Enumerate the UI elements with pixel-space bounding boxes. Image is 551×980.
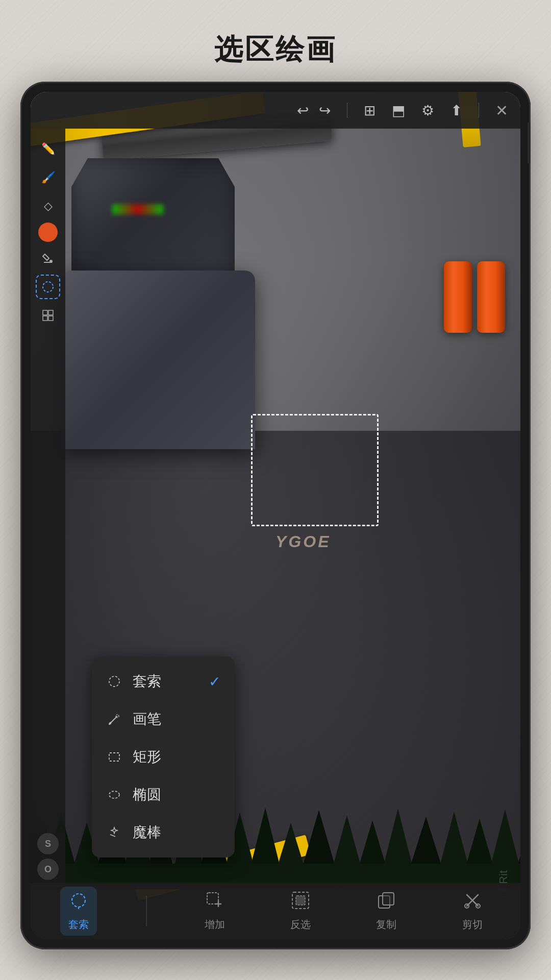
bottom-cut-label: 剪切 <box>462 918 483 932</box>
svg-point-22 <box>43 282 53 292</box>
tool-layers-grid[interactable] <box>36 303 60 328</box>
selection-mode-popup: 套索 ✓ 画笔 矩形 <box>92 656 235 857</box>
magic-wand-icon <box>106 824 122 841</box>
ellipse-select-icon <box>106 787 122 803</box>
tool-selection[interactable] <box>36 275 60 299</box>
menu-item-brush[interactable]: 画笔 <box>92 700 235 738</box>
lasso-icon <box>106 673 122 690</box>
svg-rect-25 <box>43 316 47 321</box>
svg-point-30 <box>109 791 119 798</box>
bottom-add-label: 增加 <box>205 918 225 932</box>
toolbar-separator-2 <box>479 103 479 118</box>
robot-eye-glow <box>112 204 163 214</box>
bottom-invert-label: 反选 <box>290 918 311 932</box>
left-sidebar: ✏️ 🖌️ ◇ <box>31 129 65 888</box>
bottom-lasso-label: 套索 <box>68 918 89 932</box>
rect-select-icon <box>106 749 122 765</box>
magic-label: 魔棒 <box>133 823 220 842</box>
bottom-tool-copy[interactable]: 复制 <box>368 887 405 936</box>
svg-rect-34 <box>296 896 305 905</box>
tablet-frame: YGOE <box>20 82 531 949</box>
robot-text-label: YGOE <box>276 532 331 551</box>
ellipse-label: 椭圆 <box>133 785 220 804</box>
svg-rect-29 <box>109 753 119 761</box>
menu-item-rect[interactable]: 矩形 <box>92 738 235 776</box>
settings-button[interactable]: ⚙ <box>421 102 434 119</box>
bottom-copy-label: 复制 <box>376 918 396 932</box>
share-button[interactable]: ⬆ <box>450 102 462 119</box>
menu-item-magic[interactable]: 魔棒 <box>92 814 235 851</box>
tool-fill[interactable] <box>36 246 60 271</box>
tool-color[interactable] <box>38 223 58 242</box>
menu-item-lasso[interactable]: 套索 ✓ <box>92 663 235 700</box>
svg-point-31 <box>72 894 85 907</box>
lasso-check: ✓ <box>209 673 220 690</box>
robot-chest <box>61 271 255 449</box>
svg-rect-32 <box>207 893 218 904</box>
undo-button[interactable]: ↩ <box>297 102 309 119</box>
brush-label: 画笔 <box>133 709 220 729</box>
lasso-label: 套索 <box>133 672 198 691</box>
close-button[interactable]: ✕ <box>495 102 508 119</box>
import-button[interactable]: ⬒ <box>392 102 405 119</box>
menu-item-ellipse[interactable]: 椭圆 <box>92 776 235 814</box>
bottom-tool-lasso[interactable]: 套索 <box>60 887 97 936</box>
layers-button[interactable]: ⊞ <box>364 102 375 119</box>
redo-button[interactable]: ↪ <box>319 102 331 119</box>
toolbar-divider-1 <box>146 896 147 926</box>
cylinder-1 <box>444 261 472 333</box>
bottom-toolbar: 套索 增加 <box>31 883 520 939</box>
bottom-tool-invert[interactable]: 反选 <box>282 887 319 936</box>
orange-cylinders <box>444 261 505 333</box>
left-sidebar-bottom: S O <box>31 833 65 888</box>
tool-eraser[interactable]: ◇ <box>36 194 60 218</box>
bottom-tool-cut[interactable]: 剪切 <box>454 887 491 936</box>
bottom-lasso-icon <box>69 891 88 915</box>
cylinder-2 <box>477 261 505 333</box>
toolbar-separator-1 <box>347 103 347 118</box>
svg-rect-26 <box>48 316 53 321</box>
svg-rect-36 <box>383 893 394 905</box>
bottom-copy-icon <box>377 891 396 915</box>
toolbar-history: ↩ ↪ <box>297 102 331 119</box>
o-badge[interactable]: O <box>37 859 59 880</box>
tool-pen[interactable]: ✏️ <box>36 137 60 161</box>
svg-rect-23 <box>43 310 47 315</box>
tablet-screen: YGOE <box>31 92 520 939</box>
top-toolbar: ↩ ↪ ⊞ ⬒ ⚙ ⬆ ✕ <box>31 92 520 129</box>
bottom-tool-add[interactable]: 增加 <box>196 887 233 936</box>
bottom-add-icon <box>205 891 224 915</box>
rect-label: 矩形 <box>133 747 220 767</box>
page-title: 选区绘画 <box>0 0 551 90</box>
svg-rect-24 <box>48 310 53 315</box>
tool-brush[interactable]: 🖌️ <box>36 165 60 190</box>
bottom-cut-icon <box>463 891 482 915</box>
svg-point-27 <box>109 676 119 687</box>
bottom-invert-icon <box>291 891 310 915</box>
s-badge[interactable]: S <box>37 833 59 854</box>
brush-select-icon <box>106 711 122 727</box>
svg-point-21 <box>49 260 53 263</box>
tablet-power-button <box>528 122 531 163</box>
